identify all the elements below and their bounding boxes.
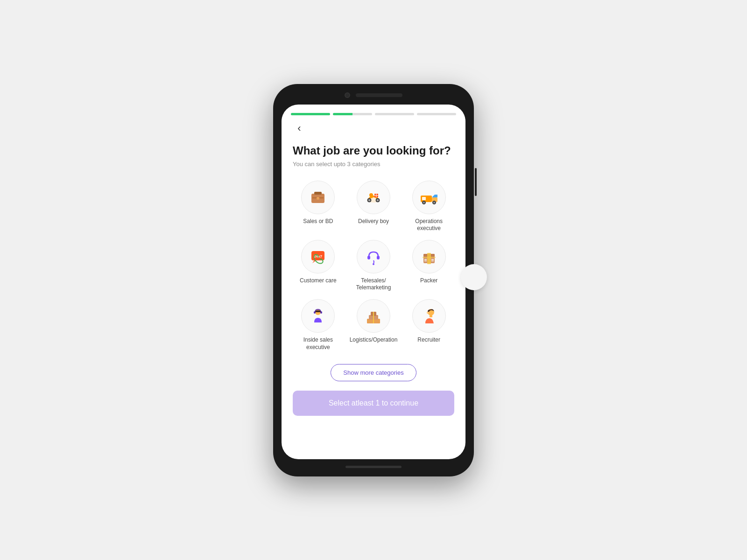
category-icon-operations-executive [412,181,446,214]
category-icon-telesales [357,240,390,273]
category-icon-inside-sales [301,299,335,333]
svg-rect-1 [314,192,322,195]
category-label-sales-bd: Sales or BD [303,218,333,225]
category-item-customer-care[interactable]: 24x7 Customer care [293,240,344,292]
category-label-telesales: Telesales/ Telemarketing [348,277,399,292]
show-more-categories-button[interactable]: Show more categories [331,364,416,381]
category-icon-sales-bd [301,181,335,214]
category-label-packer: Packer [420,277,437,285]
progress-bar-area [282,105,465,120]
progress-segment-2 [333,113,372,115]
progress-segment-3 [375,113,414,115]
category-icon-recruiter [412,299,446,333]
progress-segment-4 [417,113,456,115]
phone-device: ‹ What job are you looking for? You can … [273,84,474,476]
phone-bottom-bar [282,466,465,468]
category-label-customer-care: Customer care [300,277,337,285]
svg-rect-23 [367,256,370,259]
back-icon: ‹ [297,122,301,134]
phone-camera [345,92,350,98]
svg-point-16 [423,202,424,203]
category-grid: Sales or BD [293,181,454,351]
continue-button[interactable]: Select atleast 1 to continue [293,391,454,416]
phone-top-bar [282,92,465,98]
category-item-logistics[interactable]: Logistics/Operation [348,299,399,351]
page-title: What job are you looking for? [293,143,454,158]
back-button[interactable]: ‹ [291,120,308,137]
svg-rect-19 [422,197,426,200]
svg-point-8 [377,199,379,201]
category-item-inside-sales[interactable]: Inside sales executive [293,299,344,351]
phone-speaker [356,93,402,97]
category-label-operations-executive: Operations executive [403,218,454,232]
svg-point-3 [317,197,319,200]
category-item-operations-executive[interactable]: Operations executive [403,181,454,232]
category-label-inside-sales: Inside sales executive [293,336,344,351]
category-item-telesales[interactable]: Telesales/ Telemarketing [348,240,399,292]
page-subtitle: You can select upto 3 categories [293,161,454,168]
category-label-recruiter: Recruiter [417,336,440,344]
phone-home-bar [345,466,402,468]
svg-rect-28 [427,253,431,264]
side-button-right [475,168,477,196]
floating-circle [461,264,487,290]
screen-content: ‹ What job are you looking for? You can … [282,120,465,430]
svg-point-44 [427,312,429,314]
svg-rect-45 [430,315,432,317]
svg-point-18 [433,202,435,203]
phone-screen: ‹ What job are you looking for? You can … [282,105,465,459]
show-more-categories-container: Show more categories [293,364,454,381]
category-label-logistics: Logistics/Operation [350,336,398,344]
category-icon-delivery-boy [357,181,390,214]
category-item-packer[interactable]: Packer [403,240,454,292]
category-item-delivery-boy[interactable]: Delivery boy [348,181,399,232]
category-icon-customer-care: 24x7 [301,240,335,273]
svg-rect-24 [377,256,380,259]
category-icon-packer [412,240,446,273]
svg-point-12 [369,193,373,197]
svg-point-6 [368,199,370,201]
category-item-sales-bd[interactable]: Sales or BD [293,181,344,232]
progress-segment-1 [291,113,330,115]
category-item-recruiter[interactable]: Recruiter [403,299,454,351]
svg-point-25 [373,263,374,265]
svg-rect-29 [423,257,436,258]
category-icon-logistics [357,299,390,333]
category-label-delivery-boy: Delivery boy [358,218,389,225]
